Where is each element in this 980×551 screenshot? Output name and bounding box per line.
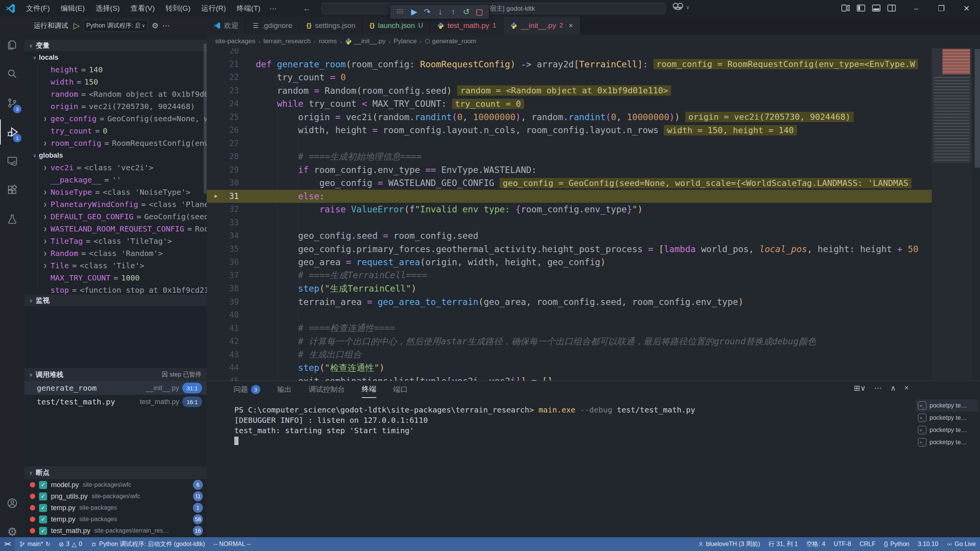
line-number[interactable]: 41 <box>207 324 256 333</box>
terminal-list-item[interactable]: >_pocketpy te… <box>916 412 978 424</box>
code-line[interactable]: 34 geo_config.seed = room_config.seed <box>207 229 937 243</box>
code-line[interactable]: 36 geo_area = request_area(origin, width… <box>207 256 937 269</box>
expand-icon[interactable]: ❯ <box>40 165 51 171</box>
breadcrumb-item[interactable]: terrain_research <box>263 37 311 45</box>
expand-icon[interactable]: ❯ <box>40 214 51 220</box>
menu-item[interactable]: 查看(V) <box>126 2 159 15</box>
variable-row[interactable]: ❯TileTag=<class 'TileTag'> <box>24 235 207 247</box>
line-number[interactable]: 23 <box>207 86 256 95</box>
code-line[interactable]: 44 step("检查连通性") <box>207 361 937 375</box>
breadcrumb-item[interactable]: Pylance <box>394 37 416 45</box>
code-line[interactable]: 25 origin = vec2i(random.randint(0, 1000… <box>207 111 937 124</box>
code-editor[interactable]: 2021def generate_room(room_config: RoomR… <box>207 48 980 381</box>
variable-row[interactable]: ❯Tile=<class 'Tile'> <box>24 259 207 272</box>
stop-button[interactable]: ▢ <box>473 6 486 18</box>
code-line[interactable]: 29 if room_config.env_type == EnvType.WA… <box>207 163 937 177</box>
step-over-button[interactable]: ↷ <box>421 6 434 18</box>
accounts-icon[interactable] <box>0 491 24 516</box>
panel-tab-问题[interactable]: 问题3 <box>234 381 260 398</box>
variables-section-header[interactable]: ∨ 变量 <box>24 40 207 51</box>
breakpoint-row[interactable]: ✓test_math.pysite-packages\terrain_res…1… <box>24 525 207 536</box>
debug-session-item[interactable]: Python 调试程序: 启动文件 (godot-ldtk) <box>87 537 209 551</box>
variable-row[interactable]: ❯vec2i=<class 'vec2i'> <box>24 161 207 174</box>
breakpoint-row[interactable]: ✓temp.pysite-packages1 <box>24 502 207 514</box>
menu-overflow[interactable]: ⋯ <box>265 3 281 15</box>
sidebar-item-testing[interactable] <box>0 207 24 232</box>
code-line[interactable]: 33 <box>207 216 937 230</box>
code-line[interactable]: 41 # ====检查连通性==== <box>207 322 937 335</box>
sidebar-item-extensions[interactable] <box>0 178 24 203</box>
variable-row[interactable]: ❯NoiseType=<class 'NoiseType'> <box>24 186 207 198</box>
breadcrumb-item[interactable]: site-packages <box>215 37 255 45</box>
sidebar-item-search[interactable] <box>0 61 24 86</box>
drag-handle[interactable]: ⠿⠿ <box>393 6 406 18</box>
line-number[interactable]: 31➤ <box>207 192 256 201</box>
customize-layout-icon[interactable] <box>841 3 851 13</box>
code-line[interactable]: 24 while try_count < MAX_TRY_COUNT:try_c… <box>207 97 937 111</box>
code-line[interactable]: 30 geo_config = WASTELAND_GEO_CONFIGgeo_… <box>207 176 937 190</box>
line-number[interactable]: 24 <box>207 99 256 108</box>
line-number[interactable]: 40 <box>207 310 256 320</box>
variable-row[interactable]: origin=vec2i(7205730, 9024468) <box>24 100 207 112</box>
code-line[interactable]: 22 try_count = 0 <box>207 71 937 84</box>
split-terminal-icon[interactable]: ⊞∨ <box>854 383 866 393</box>
expand-icon[interactable]: ❯ <box>40 140 51 146</box>
code-line[interactable]: 40 <box>207 308 937 322</box>
remote-indicator[interactable]: >< <box>0 537 15 551</box>
debug-settings-gear-icon[interactable]: ⚙ <box>152 21 158 30</box>
menu-item[interactable]: 选择(S) <box>91 2 124 15</box>
breakpoint-checkbox[interactable]: ✓ <box>39 527 47 535</box>
tab-__init__.py[interactable]: __init__.py2× <box>503 17 580 34</box>
line-number[interactable]: 25 <box>207 112 256 122</box>
terminal-output[interactable]: PS C:\computer_science\godot-ldtk\site-p… <box>234 405 695 446</box>
variable-row[interactable]: width=150 <box>24 76 207 88</box>
cursor-position-item[interactable]: 行 31, 列 1 <box>764 537 802 551</box>
menu-item[interactable]: 转到(G) <box>161 2 195 15</box>
code-line[interactable]: 23 random = Random(room_config.seed)rand… <box>207 84 937 98</box>
variable-row[interactable]: ❯WASTELAND_ROOM_REQUEST_CONFIG=RoomR… <box>24 223 207 235</box>
scope-locals[interactable]: ∨locals <box>24 51 207 64</box>
continue-button[interactable]: ▶ <box>408 6 421 18</box>
views-more-icon[interactable]: ⋯ <box>162 21 170 30</box>
variable-row[interactable]: MAX_TRY_COUNT=1000 <box>24 272 207 284</box>
indentation-item[interactable]: 空格: 4 <box>802 537 830 551</box>
eol-item[interactable]: CRLF <box>855 537 880 551</box>
variable-row[interactable]: random=<Random object at 0x1bf9d01e… <box>24 88 207 100</box>
line-number[interactable]: 38 <box>207 284 256 293</box>
code-line[interactable]: 39 terrain_area = geo_area_to_terrain(ge… <box>207 295 937 309</box>
terminal-list-item[interactable]: >_pocketpy te… <box>916 399 978 412</box>
code-line[interactable]: 38 step("生成TerrainCell") <box>207 282 937 295</box>
variable-row[interactable]: height=140 <box>24 64 207 76</box>
code-line[interactable]: 20 <box>207 48 937 58</box>
breakpoint-row[interactable]: ✓temp.pysite-packages58 <box>24 514 207 525</box>
code-line[interactable]: 26 width, height = room_config.layout.n_… <box>207 124 937 137</box>
debug-config-select[interactable]: Python 调试程序: 启... ∨ <box>83 20 148 31</box>
line-number[interactable]: 36 <box>207 258 256 267</box>
line-number[interactable]: 34 <box>207 231 256 240</box>
expand-icon[interactable]: ❯ <box>40 250 51 256</box>
line-number[interactable]: 29 <box>207 165 256 174</box>
line-number[interactable]: 26 <box>207 126 256 135</box>
tab-launch.json[interactable]: {}launch.jsonU <box>363 17 430 34</box>
restore-button[interactable]: ❐ <box>929 0 954 17</box>
line-number[interactable]: 22 <box>207 73 256 82</box>
sidebar-item-source-control[interactable]: 3 <box>0 90 24 116</box>
code-line[interactable]: 31➤ else: <box>207 190 937 203</box>
menu-item[interactable]: 终端(T) <box>232 2 265 15</box>
code-line[interactable]: 45 exit_combinations:list[tuple[vec2i, v… <box>207 375 937 381</box>
close-panel-icon[interactable]: × <box>904 383 909 393</box>
tab--[interactable]: 欢迎 <box>207 17 246 34</box>
code-line[interactable]: 43 # 生成出口组合 <box>207 348 937 362</box>
restart-button[interactable]: ↺ <box>460 6 473 18</box>
vim-mode-item[interactable]: -- NORMAL -- <box>209 537 255 551</box>
sidebar-item-run-debug[interactable]: 1 <box>0 119 24 145</box>
terminal-list-item[interactable]: >_pocketpy te… <box>916 424 978 436</box>
code-line[interactable]: 37 # ====生成TerrainCell==== <box>207 269 937 282</box>
breakpoint-checkbox[interactable]: ✓ <box>39 481 47 489</box>
watch-section-header[interactable]: ∨ 监视 <box>24 295 207 306</box>
line-number[interactable]: 32 <box>207 205 256 214</box>
line-number[interactable]: 21 <box>207 60 256 69</box>
variable-row[interactable]: ❯room_config=RoomRequestConfig(env_t… <box>24 137 207 149</box>
code-line[interactable]: 27 <box>207 137 937 150</box>
minimize-button[interactable]: – <box>903 0 929 17</box>
